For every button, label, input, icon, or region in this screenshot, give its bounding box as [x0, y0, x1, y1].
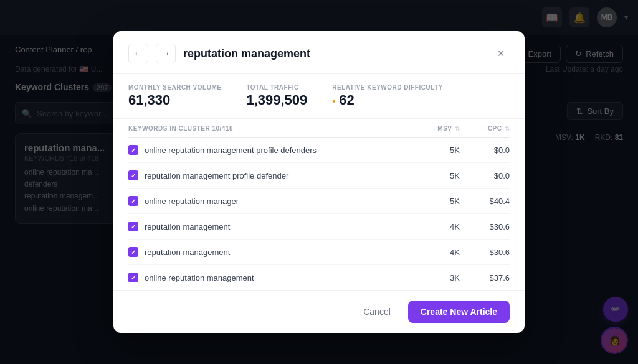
keyword-text-3: reputation management — [145, 222, 230, 231]
modal-close-button[interactable]: × — [492, 45, 510, 62]
table-row: online reputation management 3K $37.6 — [128, 265, 510, 290]
keyword-cell: reputation management — [128, 222, 410, 231]
msv-val-3: 4K — [410, 222, 460, 231]
keyword-cell: online reputation management profile def… — [128, 145, 410, 155]
cpc-val-2: $40.4 — [460, 197, 510, 206]
cpc-sort-icon: ⇅ — [505, 125, 510, 132]
stat-monthly-search-volume: MONTHLY SEARCH VOLUME 61,330 — [128, 84, 221, 108]
keyword-checkbox-3[interactable] — [128, 222, 138, 231]
col-msv-header[interactable]: MSV ⇅ — [410, 125, 460, 132]
keyword-checkbox-0[interactable] — [128, 145, 138, 155]
cpc-val-5: $37.6 — [460, 273, 510, 282]
cpc-val-1: $0.0 — [460, 171, 510, 180]
keyword-cell: reputation management profile defender — [128, 170, 410, 180]
create-new-article-button[interactable]: Create New Article — [408, 301, 510, 323]
col-keyword-header: KEYWORDS IN CLUSTER 10/418 — [128, 125, 410, 132]
msv-val-1: 5K — [410, 171, 460, 180]
cpc-val-3: $30.6 — [460, 222, 510, 231]
msv-val-0: 5K — [410, 146, 460, 155]
msv-val-2: 5K — [410, 197, 460, 206]
nav-forward-button[interactable]: → — [156, 44, 176, 63]
col-cpc-header[interactable]: CPC ⇅ — [460, 125, 510, 132]
keyword-text-5: online reputation management — [145, 273, 254, 282]
msv-val-4: 4K — [410, 248, 460, 257]
keyword-cell: online reputation management — [128, 273, 410, 282]
modal-overlay: ← → reputation management × MONTHLY SEAR… — [0, 0, 638, 364]
modal-stats-row: MONTHLY SEARCH VOLUME 61,330 TOTAL TRAFF… — [113, 74, 525, 119]
keyword-text-4: reputation management — [145, 248, 230, 257]
msv-sort-icon: ⇅ — [455, 125, 460, 132]
table-header: KEYWORDS IN CLUSTER 10/418 MSV ⇅ CPC ⇅ — [128, 119, 510, 138]
modal-footer: Cancel Create New Article — [113, 290, 525, 333]
keyword-text-1: reputation management profile defender — [145, 171, 288, 180]
modal-title: reputation management — [183, 47, 485, 60]
keyword-cell: reputation management — [128, 247, 410, 257]
nav-back-button[interactable]: ← — [128, 44, 148, 63]
cancel-button[interactable]: Cancel — [353, 301, 401, 323]
cpc-val-4: $30.6 — [460, 248, 510, 257]
msv-val-5: 3K — [410, 273, 460, 282]
table-row: online reputation manager 5K $40.4 — [128, 189, 510, 214]
table-row: reputation management profile defender 5… — [128, 163, 510, 189]
modal-header: ← → reputation management × — [113, 31, 525, 74]
stat-keyword-difficulty: RELATIVE KEYWORD DIFFICULTY 62 — [332, 84, 443, 108]
keywords-table-container[interactable]: KEYWORDS IN CLUSTER 10/418 MSV ⇅ CPC ⇅ o… — [113, 119, 525, 290]
cpc-val-0: $0.0 — [460, 146, 510, 155]
keyword-text-0: online reputation management profile def… — [145, 146, 317, 155]
table-row: reputation management 4K $30.6 — [128, 240, 510, 265]
keyword-checkbox-1[interactable] — [128, 170, 138, 180]
keyword-checkbox-5[interactable] — [128, 273, 138, 282]
modal: ← → reputation management × MONTHLY SEAR… — [113, 31, 525, 333]
table-row: online reputation management profile def… — [128, 138, 510, 163]
table-row: reputation management 4K $30.6 — [128, 214, 510, 240]
keyword-checkbox-2[interactable] — [128, 196, 138, 206]
keyword-text-2: online reputation manager — [145, 197, 239, 206]
stat-total-traffic: TOTAL TRAFFIC 1,399,509 — [246, 84, 307, 108]
keyword-cell: online reputation manager — [128, 196, 410, 206]
keyword-checkbox-4[interactable] — [128, 247, 138, 257]
